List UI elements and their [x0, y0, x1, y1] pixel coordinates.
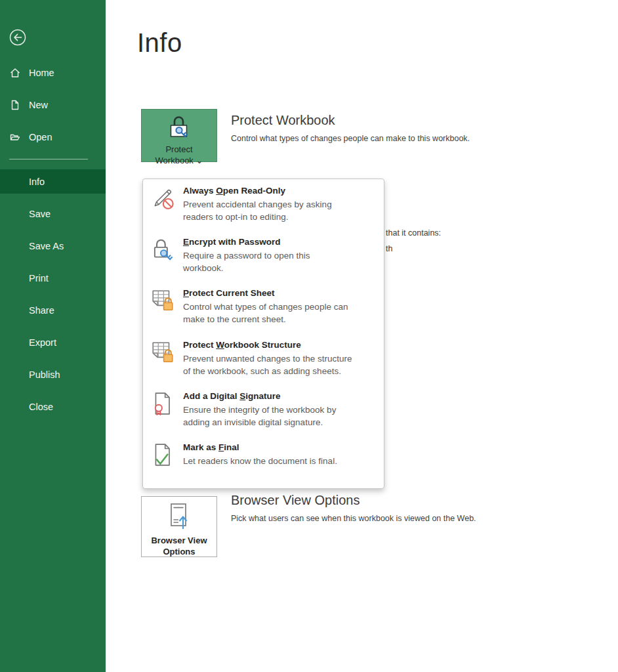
menu-item-title: Protect Workbook Structure — [183, 340, 301, 350]
protect-workbook-button[interactable]: Protect Workbook ⌄ — [141, 109, 217, 162]
menu-item-title: Always Open Read-Only — [183, 186, 285, 196]
menu-item-description: Prevent accidental changes by asking rea… — [183, 198, 361, 223]
protect-workbook-dropdown-menu: Always Open Read-Only Prevent accidental… — [142, 178, 384, 489]
sidebar-item-info[interactable]: Info — [0, 169, 106, 194]
sheet-lock-icon — [150, 339, 176, 377]
document-check-icon — [150, 441, 176, 470]
page-title: Info — [137, 28, 182, 58]
menu-item-encrypt-with-password[interactable]: Encrypt with Password Require a password… — [150, 236, 380, 274]
tile-label: Protect Workbook ⌄ — [155, 144, 203, 166]
lock-key-icon — [166, 114, 192, 143]
chevron-down-icon: ⌄ — [196, 156, 203, 165]
backstage-sidebar: Home New Open Info Save Save As Print Sh… — [0, 0, 106, 672]
sidebar-item-label: Home — [29, 68, 54, 78]
section-description: Control what types of changes people can… — [231, 134, 470, 143]
sidebar-item-label: Save As — [29, 241, 64, 251]
sidebar-item-export[interactable]: Export — [0, 330, 106, 354]
sidebar-item-open[interactable]: Open — [0, 125, 106, 149]
sidebar-item-print[interactable]: Print — [0, 266, 106, 290]
menu-item-title: Add a Digital Signature — [183, 391, 281, 401]
open-folder-icon — [9, 131, 21, 143]
sidebar-item-close[interactable]: Close — [0, 394, 106, 419]
lock-key-icon — [150, 236, 176, 274]
menu-item-title: Encrypt with Password — [183, 237, 281, 247]
home-icon — [9, 67, 21, 79]
clipped-background-text: th — [386, 244, 392, 253]
sidebar-item-label: Save — [29, 209, 51, 219]
menu-item-add-digital-signature[interactable]: Add a Digital Signature Ensure the integ… — [150, 390, 380, 429]
sidebar-item-label: Export — [29, 337, 56, 348]
sidebar-item-new[interactable]: New — [0, 93, 106, 117]
sidebar-item-share[interactable]: Share — [0, 298, 106, 322]
menu-item-always-open-read-only[interactable]: Always Open Read-Only Prevent accidental… — [150, 184, 380, 223]
sidebar-item-home[interactable]: Home — [0, 60, 106, 85]
sidebar-item-label: Close — [29, 402, 53, 412]
sheet-lock-icon — [150, 287, 176, 326]
sidebar-item-save-as[interactable]: Save As — [0, 234, 106, 258]
sidebar-divider — [9, 159, 88, 159]
menu-item-description: Let readers know the document is final. — [183, 455, 361, 467]
menu-item-description: Prevent unwanted changes to the structur… — [183, 352, 361, 377]
sidebar-item-label: Print — [29, 273, 49, 284]
section-description: Pick what users can see when this workbo… — [231, 514, 476, 523]
menu-item-protect-workbook-structure[interactable]: Protect Workbook Structure Prevent unwan… — [150, 339, 380, 377]
tile-label: Browser View Options — [151, 536, 207, 557]
menu-item-title: Protect Current Sheet — [183, 288, 275, 298]
sidebar-item-save[interactable]: Save — [0, 201, 106, 226]
pencil-block-icon — [150, 184, 176, 223]
protect-workbook-section: Protect Workbook Control what types of c… — [231, 113, 470, 143]
menu-item-title: Mark as Final — [183, 442, 239, 452]
section-heading: Browser View Options — [231, 493, 476, 508]
menu-item-description: Control what types of changes people can… — [183, 301, 361, 326]
browser-view-options-button[interactable]: Browser View Options — [141, 496, 217, 557]
new-document-icon — [9, 99, 21, 111]
menu-item-mark-as-final[interactable]: Mark as Final Let readers know the docum… — [150, 441, 380, 470]
document-upload-icon — [165, 501, 193, 534]
browser-view-options-section: Browser View Options Pick what users can… — [231, 493, 476, 523]
menu-item-description: Require a password to open this workbook… — [183, 249, 333, 274]
sidebar-item-label: New — [29, 100, 48, 110]
back-arrow-icon — [9, 28, 27, 47]
sidebar-item-publish[interactable]: Publish — [0, 362, 106, 387]
menu-item-protect-current-sheet[interactable]: Protect Current Sheet Control what types… — [150, 287, 380, 326]
sidebar-item-label: Publish — [29, 369, 60, 380]
menu-item-description: Ensure the integrity of the workbook by … — [183, 404, 361, 429]
sidebar-item-label: Open — [29, 132, 52, 142]
document-ribbon-icon — [150, 390, 176, 429]
section-heading: Protect Workbook — [231, 113, 470, 128]
sidebar-item-label: Share — [29, 305, 54, 316]
back-button[interactable] — [9, 28, 27, 47]
clipped-background-text: that it contains: — [386, 228, 441, 238]
sidebar-item-label: Info — [29, 177, 45, 187]
